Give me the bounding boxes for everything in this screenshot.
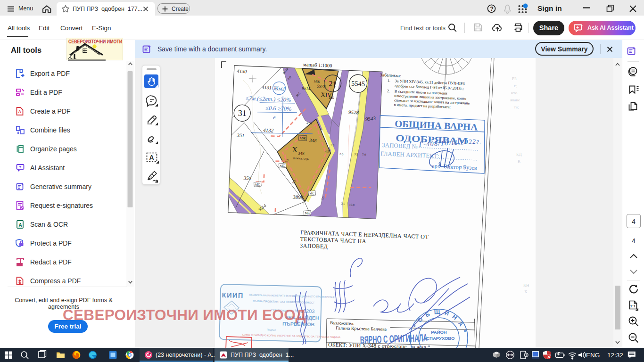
svg-text:4.09: 4.09 [306,122,312,125]
svg-text:≤0.6 ≥70%: ≤0.6 ≥70% [265,105,292,112]
svg-text:1.: 1. [387,79,390,83]
svg-text:3898: 3898 [292,194,304,200]
svg-text:7.0: 7.0 [362,153,366,156]
svg-text:МС: МС [280,164,285,168]
svg-text:351: 351 [236,132,244,138]
svg-text:315: 315 [329,96,333,99]
svg-text:?: ? [490,6,494,12]
svg-text:МС: МС [305,211,310,215]
svg-text:4: 4 [632,237,636,245]
svg-text:350: 350 [243,175,252,181]
svg-text:4132: 4132 [263,127,274,133]
svg-text:ЗАПОВЕД: ЗАПОВЕД [300,242,328,250]
svg-text:К: К [518,159,521,164]
svg-text:КН: КН [523,283,529,288]
svg-text:ЗАПОВЕД №: ЗАПОВЕД № [382,141,418,150]
svg-text:5979: 5979 [317,84,326,89]
svg-text:Галина Кръстева Балчева: Галина Кръстева Балчева [336,325,387,332]
svg-text:12:32: 12:32 [607,352,623,359]
svg-text:4.5: 4.5 [325,149,329,153]
svg-text:A: A [19,222,22,228]
svg-text:1:1: 1:1 [630,304,636,308]
svg-text:РАЙОН: РАЙОН [431,329,447,335]
svg-text:МЖ: МЖ [314,79,321,84]
svg-text:г.;: г.; [514,83,517,88]
svg-text:МС: МС [255,182,261,187]
svg-text:9514: 9514 [302,86,311,91]
svg-text:A: A [149,154,154,161]
svg-text:Жм2: Жм2 [273,85,285,92]
svg-text:ито: ито [511,90,518,95]
svg-text:ВЯРНО С ОРИГИНАЛА: ВЯРНО С ОРИГИНАЛА [360,332,428,346]
svg-text:Подпис: Подпис [267,329,276,332]
svg-text:4131: 4131 [262,85,272,90]
svg-text:яване: яване [510,98,520,102]
svg-text:3.5: 3.5 [341,202,345,205]
svg-text:9528: 9528 [348,109,359,115]
svg-text:ЕД: ЕД [516,152,522,156]
svg-text:5545: 5545 [351,80,365,88]
svg-text:7.0: 7.0 [330,143,334,147]
svg-text:348: 348 [298,151,305,156]
svg-text:21: 21 [329,80,337,88]
svg-text:РЗ: РЗ [512,76,517,81]
svg-text:9543: 9543 [365,115,376,122]
svg-text:A: A [18,109,22,114]
svg-text:ОБЩИНА ВАРНА: ОБЩИНА ВАРНА [395,118,478,133]
svg-text:КИИП: КИИП [222,291,244,299]
svg-text:4: 4 [632,218,636,225]
svg-text:10.0: 10.0 [349,203,355,206]
svg-text:2.5: 2.5 [339,152,343,156]
svg-text:348: 348 [309,138,316,143]
svg-text:Х: Х [524,289,528,294]
svg-text:за жил. стр.: за жил. стр. [293,156,309,160]
svg-text:ENG: ENG [586,352,600,359]
svg-text:мащаб 1:1000: мащаб 1:1000 [303,62,332,68]
svg-text:МС: МС [309,191,315,196]
svg-text:МЖ: МЖ [299,136,306,141]
svg-text:АСПАРУХОВО: АСПАРУХОВО [423,336,455,341]
svg-text:31: 31 [238,108,247,118]
svg-text:2.: 2. [387,89,390,93]
svg-text:4130: 4130 [237,68,247,74]
svg-text:Забележка:: Забележка: [380,73,401,78]
svg-text:X: X [292,145,298,153]
svg-text:та;: та; [514,105,519,109]
svg-text:3.5: 3.5 [354,152,358,156]
